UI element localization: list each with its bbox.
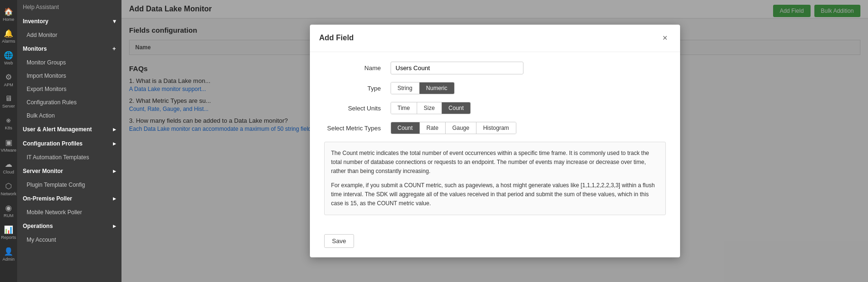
icon-bar: 🏠 Home 🔔 Alarms 🌐 Web ⚙ APM 🖥 Server ⎈ K… bbox=[0, 0, 17, 282]
server-icon: 🖥 bbox=[5, 94, 12, 103]
help-assistant[interactable]: Help Assistant bbox=[17, 0, 121, 14]
sidebar-item-mobile-network-poller[interactable]: Mobile Network Poller bbox=[17, 206, 121, 219]
alarms-icon: 🔔 bbox=[4, 29, 13, 38]
type-field-control: String Numeric bbox=[391, 82, 666, 94]
sidebar-item-my-account[interactable]: My Account bbox=[17, 233, 121, 246]
metric-types-button-group: Count Rate Gauge Histogram bbox=[391, 122, 516, 134]
units-label: Select Units bbox=[324, 102, 391, 112]
alarms-label: Alarms bbox=[2, 39, 15, 44]
sidebar-item-alarms[interactable]: 🔔 Alarms bbox=[0, 26, 17, 46]
sidebar-section-configuration-profiles[interactable]: Configuration Profiles ▸ bbox=[17, 136, 121, 151]
sidebar-section-monitors[interactable]: Monitors + bbox=[17, 42, 121, 56]
add-field-modal: Add Field × Name Type String bbox=[310, 25, 680, 257]
cloud-label: Cloud bbox=[3, 170, 14, 174]
name-label: Name bbox=[324, 62, 391, 72]
name-input[interactable] bbox=[391, 62, 523, 74]
apm-label: APM bbox=[4, 82, 13, 87]
cloud-icon: ☁ bbox=[5, 160, 12, 169]
form-row-units: Select Units Time Size Count bbox=[324, 102, 666, 114]
web-icon: 🌐 bbox=[4, 51, 13, 60]
type-numeric-button[interactable]: Numeric bbox=[420, 82, 454, 94]
metric-count-button[interactable]: Count bbox=[391, 122, 420, 134]
modal-header: Add Field × bbox=[310, 25, 680, 52]
sidebar-item-plugin-template-config[interactable]: Plugin Template Config bbox=[17, 178, 121, 191]
modal-close-button[interactable]: × bbox=[660, 32, 671, 44]
sidebar-item-bulk-action[interactable]: Bulk Action bbox=[17, 109, 121, 122]
sidebar-item-configuration-rules[interactable]: Configuration Rules bbox=[17, 96, 121, 109]
type-string-button[interactable]: String bbox=[391, 82, 420, 94]
form-row-metric-types: Select Metric Types Count Rate Gauge His… bbox=[324, 122, 666, 134]
admin-label: Admin bbox=[2, 257, 15, 262]
admin-icon: 👤 bbox=[4, 247, 13, 256]
sidebar-item-apm[interactable]: ⚙ APM bbox=[0, 69, 17, 90]
metric-gauge-button[interactable]: Gauge bbox=[446, 122, 476, 134]
modal-body: Name Type String Numeric bbox=[310, 52, 680, 234]
sidebar-item-add-monitor[interactable]: Add Monitor bbox=[17, 28, 121, 42]
chevron-right-icon2: ▸ bbox=[113, 140, 116, 147]
sidebar-section-operations[interactable]: Operations ▸ bbox=[17, 219, 121, 233]
sidebar-item-web[interactable]: 🌐 Web bbox=[0, 47, 17, 68]
form-row-type: Type String Numeric bbox=[324, 82, 666, 94]
sidebar-item-home[interactable]: 🏠 Home bbox=[0, 4, 17, 25]
sidebar-item-import-monitors[interactable]: Import Monitors bbox=[17, 69, 121, 82]
chevron-down-icon: ▾ bbox=[113, 18, 116, 25]
sidebar-item-server[interactable]: 🖥 Server bbox=[0, 91, 17, 112]
save-button[interactable]: Save bbox=[324, 234, 355, 248]
sidebar-item-network[interactable]: ⬡ Network bbox=[0, 178, 17, 199]
sidebar-item-k8s[interactable]: ⎈ K8s bbox=[0, 113, 17, 134]
k8s-label: K8s bbox=[5, 126, 12, 130]
description-paragraph-1: The Count metric indicates the total num… bbox=[331, 149, 659, 176]
sidebar-item-export-monitors[interactable]: Export Monitors bbox=[17, 82, 121, 96]
sidebar-item-vmware[interactable]: ▣ VMware bbox=[0, 135, 17, 155]
metric-types-field-control: Count Rate Gauge Histogram bbox=[391, 122, 666, 134]
type-label: Type bbox=[324, 82, 391, 92]
reports-icon: 📊 bbox=[4, 225, 13, 234]
sidebar-item-admin[interactable]: 👤 Admin bbox=[0, 244, 17, 264]
modal-overlay: Add Field × Name Type String bbox=[121, 0, 868, 282]
sidebar: Help Assistant Inventory ▾ Add Monitor M… bbox=[17, 0, 121, 282]
sidebar-section-user-alert[interactable]: User & Alert Management ▸ bbox=[17, 122, 121, 136]
units-time-button[interactable]: Time bbox=[391, 102, 417, 114]
units-field-control: Time Size Count bbox=[391, 102, 666, 114]
network-label: Network bbox=[0, 191, 16, 196]
main-content: Add Data Lake Monitor Fields configurati… bbox=[121, 0, 868, 282]
units-count-button[interactable]: Count bbox=[442, 102, 470, 114]
type-button-group: String Numeric bbox=[391, 82, 455, 94]
home-label: Home bbox=[3, 17, 14, 22]
units-button-group: Time Size Count bbox=[391, 102, 471, 114]
chevron-right-icon: ▸ bbox=[113, 126, 116, 133]
vmware-label: VMware bbox=[0, 148, 16, 153]
rum-label: RUM bbox=[4, 213, 14, 218]
apm-icon: ⚙ bbox=[5, 73, 12, 82]
metric-histogram-button[interactable]: Histogram bbox=[476, 122, 516, 134]
rum-icon: ◉ bbox=[5, 203, 12, 212]
sidebar-item-it-automation[interactable]: IT Automation Templates bbox=[17, 151, 121, 164]
sidebar-section-server-monitor[interactable]: Server Monitor ▸ bbox=[17, 164, 121, 178]
units-size-button[interactable]: Size bbox=[417, 102, 442, 114]
web-label: Web bbox=[4, 61, 13, 65]
description-paragraph-2: For example, if you submit a COUNT metri… bbox=[331, 181, 659, 209]
name-field-control bbox=[391, 62, 666, 74]
form-row-name: Name bbox=[324, 62, 666, 74]
sidebar-section-on-premise-poller[interactable]: On-Premise Poller ▸ bbox=[17, 191, 121, 206]
vmware-icon: ▣ bbox=[5, 138, 12, 147]
network-icon: ⬡ bbox=[5, 182, 12, 191]
sidebar-item-monitor-groups[interactable]: Monitor Groups bbox=[17, 56, 121, 69]
sidebar-item-rum[interactable]: ◉ RUM bbox=[0, 200, 17, 221]
metric-types-label: Select Metric Types bbox=[324, 122, 391, 132]
plus-icon: + bbox=[112, 45, 116, 52]
sidebar-item-reports[interactable]: 📊 Reports bbox=[0, 222, 17, 243]
reports-label: Reports bbox=[1, 235, 16, 240]
sidebar-item-cloud[interactable]: ☁ Cloud bbox=[0, 156, 17, 177]
server-label: Server bbox=[2, 104, 15, 109]
modal-title: Add Field bbox=[319, 34, 354, 42]
chevron-right-icon5: ▸ bbox=[113, 223, 116, 229]
k8s-icon: ⎈ bbox=[6, 116, 11, 125]
metric-description-box: The Count metric indicates the total num… bbox=[324, 142, 666, 215]
home-icon: 🏠 bbox=[4, 7, 13, 16]
sidebar-section-inventory[interactable]: Inventory ▾ bbox=[17, 14, 121, 28]
metric-rate-button[interactable]: Rate bbox=[420, 122, 446, 134]
chevron-right-icon3: ▸ bbox=[113, 168, 116, 174]
modal-footer: Save bbox=[310, 234, 680, 257]
chevron-right-icon4: ▸ bbox=[113, 195, 116, 202]
